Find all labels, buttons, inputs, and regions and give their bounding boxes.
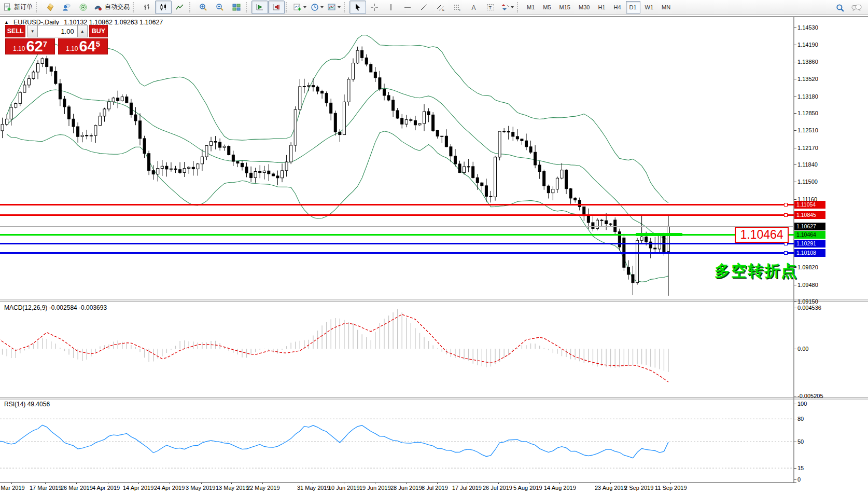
candle-bull — [503, 131, 506, 132]
tab-timeframe-M5[interactable]: M5 — [539, 1, 554, 13]
buy-price-small: 1.10 — [66, 45, 78, 52]
candle-bull — [121, 97, 123, 101]
rsi-panel — [0, 419, 794, 468]
level-price-textbox[interactable]: 1.10464 — [735, 227, 789, 243]
text-icon: A — [470, 3, 478, 11]
chevron-down-icon — [303, 6, 306, 8]
fibonacci-button[interactable]: F — [449, 1, 466, 14]
chart-line-button[interactable] — [172, 1, 188, 14]
candle-bull — [494, 157, 497, 197]
tab-timeframe-D1[interactable]: D1 — [626, 1, 640, 13]
candle-bull — [347, 79, 350, 102]
collapse-arrow-icon[interactable]: ▲ — [4, 20, 9, 25]
cursor-icon — [354, 3, 362, 11]
channel-button[interactable]: E — [432, 1, 449, 14]
candle-bear — [627, 267, 629, 275]
candle-bear — [649, 242, 652, 248]
candle-bull — [463, 167, 466, 173]
chart-bars-button[interactable] — [138, 1, 155, 14]
candle-bear — [396, 111, 399, 118]
candle-bull — [37, 63, 39, 72]
toolbar-grip — [246, 2, 249, 12]
volume-decrease-button[interactable]: ▼ — [27, 25, 38, 37]
turning-point-annotation[interactable]: 多空转折点 — [715, 260, 797, 282]
candle-bear — [454, 156, 456, 164]
indicators-button[interactable] — [291, 1, 309, 14]
candle-bear — [361, 50, 363, 58]
candle-bear — [445, 136, 447, 147]
sell-price-box[interactable]: 1.10 62 7 — [5, 38, 55, 54]
candle-bull — [183, 169, 186, 173]
chart-shift-button[interactable] — [268, 1, 285, 14]
chart-canvas[interactable] — [0, 16, 868, 494]
toolbar-grip — [189, 2, 193, 12]
cursor-button[interactable] — [349, 1, 366, 14]
arrows-button[interactable] — [499, 1, 516, 14]
candle-bear — [618, 232, 621, 247]
candle-bear — [125, 97, 128, 103]
svg-text:F: F — [459, 8, 461, 11]
chat-button[interactable] — [848, 1, 865, 15]
gold-badge-icon — [46, 3, 54, 11]
volume-increase-button[interactable]: ▲ — [77, 25, 88, 37]
indicators-icon — [293, 3, 302, 11]
tab-timeframe-M30[interactable]: M30 — [575, 1, 593, 13]
chevron-down-icon — [511, 6, 514, 8]
tab-timeframe-MN[interactable]: MN — [658, 1, 674, 13]
horizontal-line-icon — [403, 3, 412, 11]
tile-windows-button[interactable] — [228, 1, 245, 14]
text-label-button[interactable]: T — [482, 1, 499, 14]
candle-bear — [592, 223, 594, 228]
trendline-button[interactable] — [416, 1, 432, 14]
crosshair-button[interactable] — [366, 1, 383, 14]
candle-bear — [481, 183, 483, 186]
buy-button[interactable]: BUY — [89, 25, 108, 37]
vertical-line-button[interactable] — [383, 1, 399, 14]
tab-timeframe-M15[interactable]: M15 — [556, 1, 574, 13]
candle-bear — [547, 186, 550, 193]
equidistant-channel-icon: E — [437, 3, 445, 11]
new-order-button[interactable]: 新订单 — [1, 1, 35, 14]
candle-bull — [27, 79, 30, 85]
candle-bear — [645, 237, 648, 242]
auto-scroll-icon — [256, 3, 264, 11]
autotrading-button[interactable]: 自动交易 — [91, 1, 132, 14]
periods-button[interactable] — [309, 1, 326, 14]
candle-bear — [614, 220, 617, 232]
signals-button[interactable] — [75, 1, 91, 14]
buy-price-box[interactable]: 1.10 64 5 — [58, 38, 108, 54]
bar-chart-icon — [143, 3, 151, 11]
template-icon — [328, 3, 336, 11]
zoom-out-button[interactable] — [212, 1, 228, 14]
tab-timeframe-H1[interactable]: H1 — [594, 1, 609, 13]
sell-button[interactable]: SELL — [5, 25, 25, 37]
candle-bull — [596, 220, 598, 228]
tab-timeframe-H4[interactable]: H4 — [610, 1, 624, 13]
community-button[interactable] — [58, 1, 75, 14]
candle-bull — [441, 136, 443, 136]
tab-timeframe-W1[interactable]: W1 — [641, 1, 657, 13]
chart-window[interactable]: ▲ EURUSD-,Daily 1.10132 1.10862 1.09263 … — [0, 16, 868, 494]
chevron-down-icon — [338, 6, 341, 8]
candle-bull — [290, 145, 292, 162]
sell-price-sup: 7 — [43, 39, 47, 48]
zoom-in-button[interactable] — [195, 1, 212, 14]
candle-bull — [157, 169, 159, 174]
templates-button[interactable] — [326, 1, 343, 14]
volume-input[interactable] — [38, 25, 77, 37]
tab-timeframe-M1[interactable]: M1 — [523, 1, 538, 13]
candle-bull — [285, 162, 288, 171]
zoom-out-icon — [216, 3, 224, 11]
candle-bear — [538, 165, 541, 172]
candle-bear — [152, 171, 155, 174]
chart-candles-button[interactable] — [155, 1, 172, 14]
auto-scroll-button[interactable] — [251, 1, 268, 14]
candle-bull — [108, 102, 110, 109]
search-button[interactable] — [832, 1, 848, 15]
text-button[interactable]: A — [466, 1, 482, 14]
candle-bear — [436, 131, 439, 136]
horizontal-line-button[interactable] — [399, 1, 416, 14]
candle-bull — [94, 126, 97, 135]
history-center-button[interactable] — [41, 1, 58, 14]
candle-bull — [352, 63, 355, 79]
